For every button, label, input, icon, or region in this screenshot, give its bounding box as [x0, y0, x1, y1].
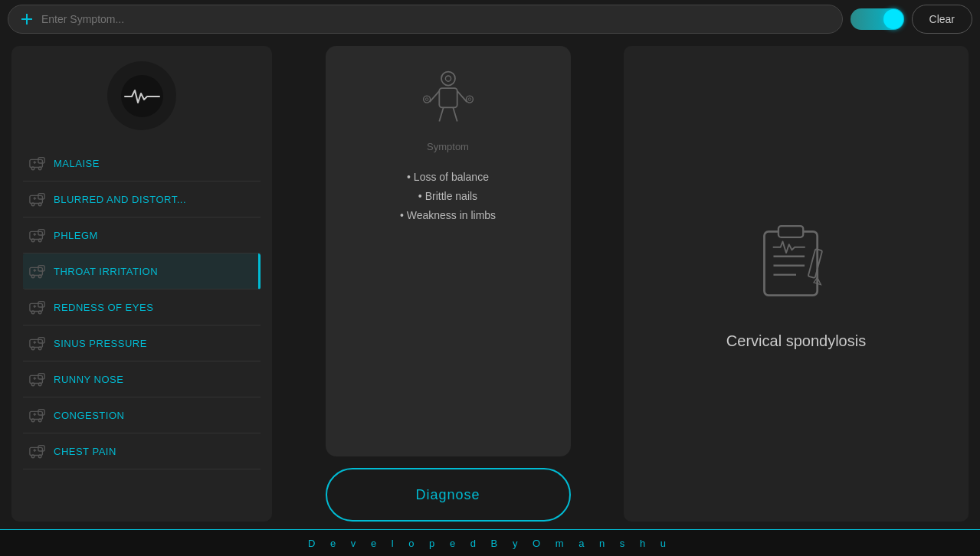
- svg-point-67: [468, 98, 471, 101]
- left-panel: MALAISE BLURRED AND DISTORT... PHLEGM: [11, 46, 272, 522]
- symptom-item-blurred[interactable]: BLURRED AND DISTORT...: [23, 182, 261, 217]
- avatar: [107, 61, 176, 130]
- symptom-item-phlegm[interactable]: PHLEGM: [23, 217, 261, 253]
- main-content: MALAISE BLURRED AND DISTORT... PHLEGM: [0, 38, 980, 529]
- svg-rect-16: [38, 230, 44, 235]
- svg-point-48: [38, 419, 41, 422]
- symptom-name: MALAISE: [54, 158, 100, 169]
- svg-point-64: [423, 96, 430, 103]
- svg-point-36: [38, 347, 41, 350]
- symptom-item-chest[interactable]: CHEST PAIN: [23, 433, 261, 469]
- clear-button[interactable]: Clear: [912, 5, 972, 34]
- svg-line-62: [439, 107, 443, 121]
- ambulance-icon: [29, 371, 46, 388]
- svg-rect-22: [38, 266, 44, 271]
- svg-rect-69: [778, 226, 803, 237]
- symptom-name: RUNNY NOSE: [54, 374, 123, 385]
- footer: D e v e l o p e d B y O m a n s h u: [0, 529, 980, 556]
- ambulance-icon: [29, 191, 46, 208]
- diagnosis-icon: [750, 217, 842, 309]
- search-container: [8, 5, 843, 34]
- symptom-item-redness[interactable]: REDNESS OF EYES: [23, 289, 261, 325]
- bullet-item: • Weakness in limbs: [400, 206, 496, 225]
- diagnosis-name: Cervical spondylosis: [726, 332, 866, 350]
- middle-panel: Symptom • Loss of balance• Brittle nails…: [284, 46, 612, 522]
- symptom-name: REDNESS OF EYES: [54, 302, 153, 313]
- svg-rect-10: [38, 194, 44, 199]
- symptom-name: BLURRED AND DISTORT...: [54, 194, 186, 205]
- top-bar: Clear: [0, 0, 980, 38]
- toggle-knob: [883, 9, 903, 29]
- symptom-name: PHLEGM: [54, 230, 98, 241]
- svg-rect-34: [38, 338, 44, 343]
- svg-line-61: [457, 91, 467, 102]
- ambulance-icon: [29, 407, 46, 424]
- right-panel: Cervical spondylosis: [624, 46, 969, 522]
- svg-point-30: [38, 311, 41, 314]
- svg-point-42: [38, 383, 41, 386]
- svg-point-18: [38, 239, 41, 242]
- symptom-item-sinus[interactable]: SINUS PRESSURE: [23, 325, 261, 361]
- svg-point-29: [31, 311, 34, 314]
- symptom-name: CHEST PAIN: [54, 446, 116, 457]
- svg-rect-73: [808, 249, 822, 278]
- symptom-item-runny[interactable]: RUNNY NOSE: [23, 361, 261, 397]
- symptom-item-malaise[interactable]: MALAISE: [23, 146, 261, 182]
- symptom-name: CONGESTION: [54, 410, 124, 421]
- svg-point-23: [31, 275, 34, 278]
- svg-point-12: [38, 203, 41, 206]
- svg-point-6: [38, 167, 41, 170]
- svg-rect-1: [21, 18, 32, 20]
- svg-point-65: [425, 98, 428, 101]
- symptom-search-input[interactable]: [41, 13, 831, 25]
- symptom-item-congestion[interactable]: CONGESTION: [23, 397, 261, 433]
- footer-text: D e v e l o p e d B y O m a n s h u: [308, 538, 672, 549]
- svg-rect-40: [38, 374, 44, 379]
- svg-point-58: [445, 76, 451, 81]
- svg-point-11: [31, 203, 34, 206]
- svg-point-41: [31, 383, 34, 386]
- symptom-item-throat[interactable]: THROAT IRRITATION: [23, 253, 261, 289]
- body-label: Symptom: [427, 141, 469, 152]
- diagnose-button[interactable]: Diagnose: [326, 468, 571, 522]
- svg-rect-68: [764, 231, 817, 295]
- svg-point-5: [31, 167, 34, 170]
- symptom-list: MALAISE BLURRED AND DISTORT... PHLEGM: [23, 146, 261, 469]
- ambulance-icon: [29, 335, 46, 352]
- body-figure: Symptom: [414, 69, 483, 152]
- svg-point-54: [38, 455, 41, 458]
- ambulance-icon: [29, 263, 46, 280]
- svg-point-17: [31, 239, 34, 242]
- toggle-container[interactable]: [851, 8, 904, 30]
- svg-rect-59: [439, 88, 457, 107]
- svg-point-47: [31, 419, 34, 422]
- symptom-card: Symptom • Loss of balance• Brittle nails…: [326, 46, 571, 456]
- svg-line-60: [429, 91, 439, 102]
- svg-point-24: [38, 275, 41, 278]
- bullet-item: • Loss of balance: [400, 168, 496, 187]
- svg-point-66: [466, 96, 473, 103]
- ambulance-icon: [29, 227, 46, 244]
- svg-line-63: [453, 107, 457, 121]
- svg-rect-46: [38, 410, 44, 415]
- toggle-switch[interactable]: [851, 8, 904, 30]
- svg-point-57: [441, 72, 455, 86]
- svg-point-35: [31, 347, 34, 350]
- add-icon: [20, 12, 34, 26]
- ambulance-icon: [29, 299, 46, 316]
- svg-rect-28: [38, 302, 44, 307]
- symptom-name: THROAT IRRITATION: [54, 266, 158, 277]
- svg-point-53: [31, 455, 34, 458]
- svg-rect-52: [38, 446, 44, 451]
- ambulance-icon: [29, 443, 46, 460]
- symptom-bullets: • Loss of balance• Brittle nails• Weakne…: [400, 168, 496, 226]
- symptom-name: SINUS PRESSURE: [54, 338, 147, 349]
- svg-rect-4: [38, 158, 44, 163]
- bullet-item: • Brittle nails: [400, 187, 496, 206]
- ambulance-icon: [29, 155, 46, 172]
